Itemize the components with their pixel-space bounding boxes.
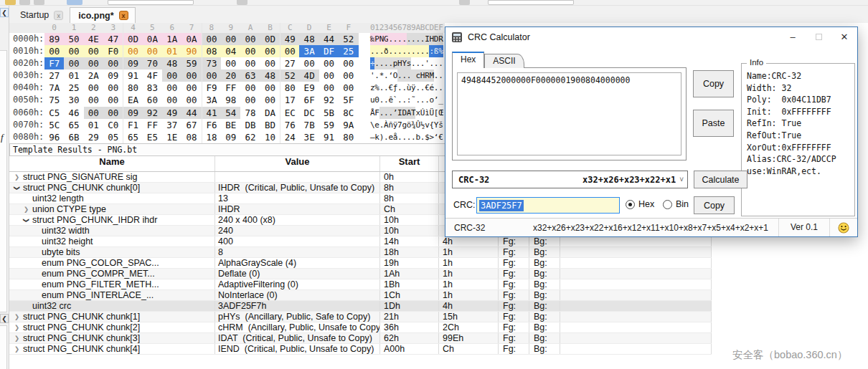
hex-byte[interactable]: 00 — [123, 45, 142, 57]
hex-byte[interactable]: 00 — [162, 94, 181, 106]
cell-name[interactable]: ❯struct PNG_CHUNK chunk[3] — [9, 333, 215, 343]
toolbar-icon-stub[interactable] — [34, 0, 44, 5]
cell-start[interactable]: 36h — [380, 322, 439, 332]
cell-filler[interactable] — [560, 258, 712, 268]
hex-byte[interactable]: FF — [221, 82, 240, 94]
hex-byte[interactable]: 09 — [123, 107, 142, 119]
column-header-name[interactable]: Name — [9, 156, 215, 171]
cell-name[interactable]: ❯struct PNG_SIGNATURE sig — [9, 172, 215, 182]
collapsed-panel-edge[interactable] — [0, 325, 7, 369]
hex-byte[interactable]: 00 — [103, 107, 123, 119]
hex-byte[interactable]: F9 — [202, 82, 221, 94]
hex-row[interactable]: 0050h:75300000EA6000003A980000176F925Fu0… — [9, 94, 445, 106]
hex-byte[interactable]: 91 — [123, 70, 142, 82]
panel-collapse-button[interactable]: ❮ — [0, 8, 9, 17]
tab-hex[interactable]: Hex — [452, 52, 484, 68]
hex-byte[interactable]: 20 — [221, 70, 240, 82]
cell-name[interactable]: ❯struct PNG_CHUNK chunk[1] — [9, 312, 215, 322]
copy-crc-button[interactable]: Copy — [694, 196, 735, 214]
hex-byte[interactable]: EA — [123, 94, 142, 106]
table-row[interactable]: ❯struct PNG_CHUNK chunk[3]IDAT (Critical… — [9, 333, 712, 344]
hex-byte[interactable]: 00 — [221, 57, 240, 70]
hex-byte[interactable]: 59 — [319, 119, 339, 131]
cell-bg-color[interactable]: Bg: — [529, 322, 560, 332]
hex-row[interactable]: 0030h:27012A09914F000000206348524D0000'.… — [9, 70, 445, 82]
hex-byte[interactable]: 00 — [44, 45, 64, 57]
hex-byte[interactable]: 50 — [64, 33, 83, 45]
cell-name[interactable]: ❯struct PNG_CHUNK_IHDR ihdr — [9, 215, 215, 225]
hex-byte[interactable]: 00 — [260, 94, 280, 106]
cell-value[interactable]: pHYs (Ancillary, Public, Safe to Copy) — [215, 312, 380, 322]
hex-byte[interactable]: 5C — [44, 119, 64, 131]
hex-byte[interactable]: 65 — [123, 131, 142, 143]
cell-value[interactable]: 8 — [215, 247, 380, 257]
tab-ascii[interactable]: ASCII — [484, 54, 524, 68]
cell-value[interactable]: Deflate (0) — [215, 269, 380, 279]
cell-bg-color[interactable]: Bg: — [529, 333, 560, 343]
hex-byte[interactable]: 00 — [319, 82, 339, 94]
crc-result-input[interactable]: 3ADF25F7 — [476, 197, 620, 214]
cell-name[interactable]: uint32 crc — [9, 301, 215, 311]
cell-name[interactable]: uint32 width — [9, 226, 215, 236]
cell-value[interactable]: AdaptiveFiltering (0) — [215, 279, 380, 289]
hex-byte[interactable]: DF — [319, 45, 339, 57]
tree-collapse-icon[interactable]: ❯ — [11, 186, 22, 191]
cell-bg-color[interactable]: Bg: — [529, 258, 560, 268]
hex-byte[interactable]: 80 — [339, 131, 358, 143]
copy-input-button[interactable]: Copy — [693, 70, 734, 97]
hex-byte[interactable]: 63 — [240, 70, 260, 82]
cell-bg-color[interactable]: Bg: — [529, 290, 560, 300]
hex-byte[interactable]: 37 — [162, 119, 181, 131]
cell-size[interactable]: 99Eh — [439, 333, 499, 343]
hex-byte[interactable]: DB — [240, 119, 260, 131]
hex-byte[interactable]: 6B — [64, 131, 83, 143]
hex-byte[interactable]: F7 — [44, 57, 64, 70]
radio-bin[interactable]: Bin — [663, 199, 689, 209]
cell-value[interactable]: IHDR — [215, 204, 380, 214]
hex-byte[interactable]: 00 — [181, 94, 201, 106]
cell-bg-color[interactable]: Bg: — [529, 269, 560, 279]
table-row[interactable]: ubyte bits818h1hFg:Bg: — [9, 247, 712, 258]
hex-byte[interactable]: 2A — [84, 70, 103, 82]
hex-row[interactable]: 0040h:7A25000080830000F9FF000080E90000z%… — [9, 82, 445, 94]
cell-name[interactable]: ❯struct PNG_CHUNK chunk[0] — [9, 183, 215, 193]
hex-byte[interactable]: 5B — [319, 107, 339, 119]
hex-byte[interactable]: 73 — [202, 57, 221, 70]
cell-value[interactable]: 3ADF25F7h — [215, 301, 380, 311]
hex-byte[interactable]: 00 — [84, 57, 103, 70]
cell-name[interactable]: enum PNG_FILTER_METH... — [9, 279, 215, 289]
table-row[interactable]: uint32 height40014h4hFg:Bg: — [9, 236, 712, 247]
hex-byte[interactable]: 80 — [280, 82, 299, 94]
hex-byte[interactable]: 00 — [84, 107, 103, 119]
cell-size[interactable]: 2Ch — [439, 322, 499, 332]
cell-start[interactable]: 1Bh — [380, 279, 439, 289]
hex-byte[interactable]: 00 — [202, 70, 221, 82]
cell-filler[interactable] — [560, 269, 712, 279]
table-row[interactable]: uint32 crc3ADF25F7h1Dh4hFg:Bg: — [9, 301, 712, 312]
cell-start[interactable]: 1Ch — [380, 290, 439, 300]
hex-byte[interactable]: 78 — [240, 107, 260, 119]
hex-row[interactable]: 0010h:000000F00000019008040000003ADF25..… — [9, 45, 445, 57]
ascii-char[interactable]: . — [438, 70, 443, 82]
cell-start[interactable]: 21h — [380, 312, 439, 322]
radio-hex[interactable]: Hex — [626, 199, 654, 209]
cell-value[interactable]: IHDR (Critical, Public, Unsafe to Copy) — [215, 183, 380, 193]
ascii-char[interactable]: % — [438, 45, 443, 57]
hex-byte[interactable]: 00 — [84, 82, 103, 94]
cell-name[interactable]: ❯union CTYPE type — [9, 204, 215, 214]
hex-byte[interactable]: 00 — [181, 82, 201, 94]
hex-byte[interactable]: 5F — [339, 94, 358, 106]
cell-bg-color[interactable]: Bg: — [529, 236, 560, 246]
calculate-button[interactable]: Calculate — [694, 171, 747, 188]
hex-byte[interactable]: 00 — [240, 57, 260, 70]
hex-byte[interactable]: 80 — [123, 82, 142, 94]
cell-filler[interactable] — [560, 279, 712, 289]
hex-byte[interactable]: 54 — [221, 107, 240, 119]
tab-ico-png[interactable]: ico.png* x — [70, 7, 135, 23]
cell-name[interactable]: enum PNG_COLOR_SPAC... — [9, 258, 215, 268]
hex-byte[interactable]: E9 — [299, 82, 319, 94]
cell-value[interactable] — [215, 172, 380, 182]
cell-size[interactable]: 1h — [439, 290, 499, 300]
hex-byte[interactable]: 01 — [84, 119, 103, 131]
cell-fg-color[interactable]: Fg: — [499, 312, 529, 322]
